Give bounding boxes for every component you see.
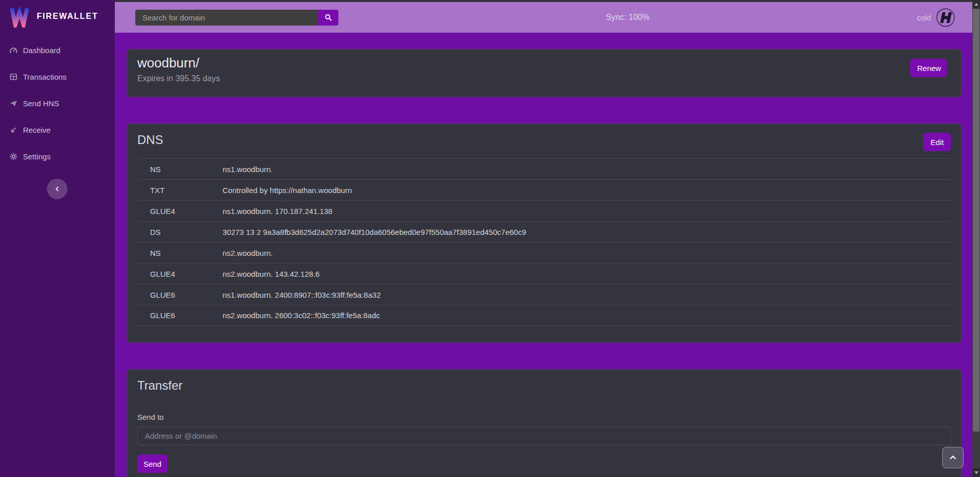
- renew-button[interactable]: Renew: [910, 59, 947, 77]
- dns-card: DNS Edit NS ns1.woodburn. TXT Controlled…: [127, 124, 962, 343]
- scrollbar-up-button[interactable]: [972, 0, 980, 9]
- dns-record-row: NS ns2.woodburn.: [137, 242, 951, 263]
- domain-expiry: Expires in 395.35 days: [137, 74, 951, 83]
- table-icon: [9, 73, 18, 81]
- dns-record-row: GLUE6 ns2.woodburn. 2600:3c02::f03c:93ff…: [137, 305, 951, 326]
- sync-status: Sync: 100%: [606, 13, 649, 22]
- transfer-card: Transfer Send to Send: [127, 369, 962, 477]
- dns-record-type: NS: [150, 249, 223, 257]
- sidebar: FIREWALLET Dashboard Transactions: [0, 0, 115, 477]
- gear-icon: [9, 152, 18, 161]
- firewallet-logo-icon: [8, 5, 31, 28]
- dns-record-value: 30273 13 2 9a3a8fb3d625d2a2073d740f10da6…: [223, 228, 951, 236]
- handshake-logo-avatar[interactable]: [936, 8, 955, 27]
- search-button[interactable]: [318, 10, 338, 26]
- send-to-label: Send to: [137, 413, 951, 422]
- dns-record-value: ns1.woodburn. 170.187.241.138: [223, 207, 951, 216]
- dns-record-row: GLUE4 ns2.woodburn. 143.42.128.6: [137, 263, 951, 284]
- scroll-to-top-button[interactable]: [942, 447, 964, 468]
- dns-record-type: NS: [150, 165, 223, 174]
- search-icon: [324, 13, 332, 21]
- dns-record-type: GLUE4: [150, 270, 223, 278]
- sidebar-item-label: Send HNS: [23, 99, 59, 108]
- sidebar-item-send-hns[interactable]: Send HNS: [0, 90, 115, 116]
- dns-record-type: GLUE6: [150, 311, 223, 320]
- sidebar-item-label: Transactions: [23, 73, 66, 81]
- scroll-down-arrow-icon: [974, 471, 978, 474]
- domain-name: woodburn/: [137, 55, 951, 71]
- dns-record-value: ns2.woodburn. 2600:3c02::f03c:93ff:fe5a:…: [223, 311, 951, 320]
- dns-record-value: ns2.woodburn.: [223, 249, 951, 257]
- transfer-address-input[interactable]: [137, 426, 951, 445]
- sidebar-item-settings[interactable]: Settings: [0, 143, 115, 170]
- scroll-up-arrow-icon: [974, 3, 978, 6]
- paper-plane-icon: [9, 99, 18, 108]
- sidebar-nav: Dashboard Transactions Send HNS: [0, 37, 115, 170]
- dns-record-row: GLUE4 ns1.woodburn. 170.187.241.138: [137, 200, 951, 221]
- dns-record-type: TXT: [150, 186, 223, 195]
- dns-record-value: ns1.woodburn. 2400:8907::f03c:93ff:fe5a:…: [223, 291, 951, 299]
- transfer-section-title: Transfer: [137, 378, 951, 393]
- chevron-up-icon: [949, 454, 957, 462]
- dns-record-row: NS ns1.woodburn.: [137, 158, 951, 179]
- dns-record-value: ns1.woodburn.: [223, 165, 951, 174]
- topbar: Sync: 100% cold: [115, 2, 972, 33]
- sidebar-item-label: Receive: [23, 126, 51, 134]
- dashboard-gauge-icon: [9, 46, 18, 55]
- sync-status-wrap: Sync: 100%: [338, 13, 917, 22]
- sidebar-item-label: Dashboard: [23, 46, 60, 55]
- dns-section-title: DNS: [137, 132, 951, 148]
- send-transfer-button[interactable]: Send: [137, 455, 167, 473]
- dns-record-type: GLUE6: [150, 291, 223, 299]
- main-content: woodburn/ Expires in 395.35 days Renew D…: [115, 33, 972, 477]
- scrollbar-down-button[interactable]: [972, 468, 980, 477]
- sidebar-item-receive[interactable]: Receive: [0, 116, 115, 143]
- wallet-account: cold: [917, 8, 955, 27]
- dns-record-row: GLUE6 ns1.woodburn. 2400:8907::f03c:93ff…: [137, 284, 951, 305]
- sidebar-item-transactions[interactable]: Transactions: [0, 63, 115, 90]
- dns-record-type: GLUE4: [150, 207, 223, 216]
- sidebar-item-label: Settings: [23, 152, 51, 161]
- domain-search: [135, 10, 338, 26]
- brand: FIREWALLET: [0, 0, 115, 33]
- wallet-name: cold: [917, 13, 931, 22]
- dns-record-value: ns2.woodburn. 143.42.128.6: [223, 270, 951, 278]
- dns-record-type: DS: [150, 228, 223, 236]
- app-title: FIREWALLET: [37, 12, 98, 21]
- sidebar-collapse-button[interactable]: [47, 179, 67, 199]
- arrow-down-left-icon: [9, 126, 18, 134]
- page-scrollbar: [972, 0, 980, 477]
- dns-record-value: Controlled by https://nathan.woodburn: [223, 186, 951, 195]
- edit-dns-button[interactable]: Edit: [923, 133, 951, 151]
- dns-records-table: NS ns1.woodburn. TXT Controlled by https…: [137, 158, 951, 326]
- dns-record-row: DS 30273 13 2 9a3a8fb3d625d2a2073d740f10…: [137, 221, 951, 242]
- scrollbar-thumb[interactable]: [973, 9, 979, 432]
- chevron-left-icon: [54, 186, 60, 192]
- domain-summary-card: woodburn/ Expires in 395.35 days Renew: [127, 49, 962, 97]
- search-input[interactable]: [135, 10, 318, 26]
- sidebar-item-dashboard[interactable]: Dashboard: [0, 37, 115, 63]
- dns-record-row: TXT Controlled by https://nathan.woodbur…: [137, 179, 951, 200]
